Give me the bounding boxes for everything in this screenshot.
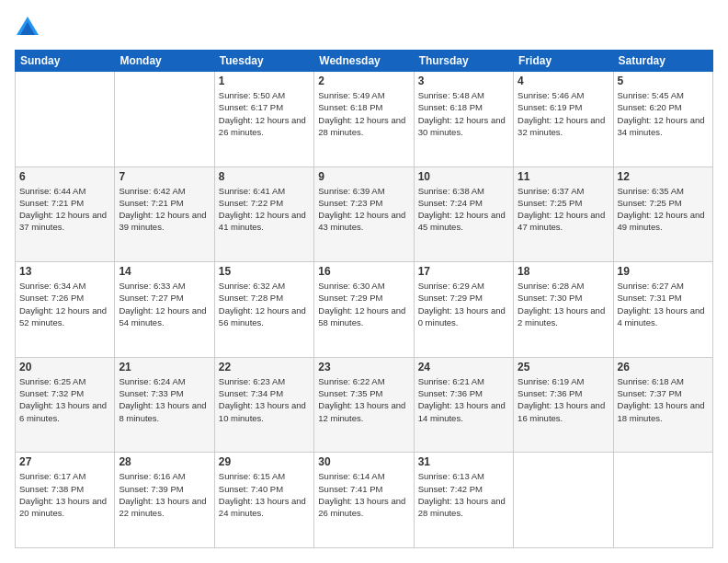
day-info: Sunrise: 6:17 AM Sunset: 7:38 PM Dayligh…	[19, 470, 110, 519]
calendar-cell: 9Sunrise: 6:39 AM Sunset: 7:23 PM Daylig…	[314, 167, 414, 262]
day-number: 17	[418, 265, 509, 278]
week-row-2: 6Sunrise: 6:44 AM Sunset: 7:21 PM Daylig…	[16, 167, 713, 262]
day-info: Sunrise: 6:33 AM Sunset: 7:27 PM Dayligh…	[119, 280, 210, 328]
day-info: Sunrise: 6:19 AM Sunset: 7:36 PM Dayligh…	[518, 375, 609, 424]
day-number: 11	[518, 170, 609, 183]
calendar-cell	[115, 72, 214, 167]
calendar-cell: 22Sunrise: 6:23 AM Sunset: 7:34 PM Dayli…	[214, 357, 313, 453]
day-number: 2	[318, 75, 409, 87]
calendar-cell: 28Sunrise: 6:16 AM Sunset: 7:39 PM Dayli…	[115, 453, 214, 548]
calendar-cell: 19Sunrise: 6:27 AM Sunset: 7:31 PM Dayli…	[613, 262, 712, 358]
calendar-cell: 29Sunrise: 6:15 AM Sunset: 7:40 PM Dayli…	[214, 453, 313, 548]
calendar-cell: 31Sunrise: 6:13 AM Sunset: 7:42 PM Dayli…	[414, 453, 513, 548]
day-info: Sunrise: 6:39 AM Sunset: 7:23 PM Dayligh…	[318, 185, 409, 234]
day-number: 18	[518, 265, 609, 278]
day-info: Sunrise: 6:15 AM Sunset: 7:40 PM Dayligh…	[219, 470, 310, 519]
calendar-cell: 21Sunrise: 6:24 AM Sunset: 7:33 PM Dayli…	[115, 357, 214, 453]
header-day-friday: Friday	[514, 51, 613, 72]
calendar-cell: 18Sunrise: 6:28 AM Sunset: 7:30 PM Dayli…	[514, 262, 613, 358]
day-info: Sunrise: 6:35 AM Sunset: 7:25 PM Dayligh…	[618, 185, 709, 234]
calendar-cell: 20Sunrise: 6:25 AM Sunset: 7:32 PM Dayli…	[16, 357, 115, 453]
header-day-sunday: Sunday	[16, 51, 115, 72]
day-info: Sunrise: 6:25 AM Sunset: 7:32 PM Dayligh…	[19, 375, 110, 424]
day-number: 19	[618, 265, 709, 278]
day-number: 24	[418, 361, 509, 373]
calendar-cell: 11Sunrise: 6:37 AM Sunset: 7:25 PM Dayli…	[514, 167, 613, 262]
day-info: Sunrise: 6:23 AM Sunset: 7:34 PM Dayligh…	[219, 375, 310, 424]
week-row-1: 1Sunrise: 5:50 AM Sunset: 6:17 PM Daylig…	[16, 72, 713, 167]
day-info: Sunrise: 6:21 AM Sunset: 7:36 PM Dayligh…	[418, 375, 509, 424]
day-number: 20	[19, 361, 110, 373]
week-row-3: 13Sunrise: 6:34 AM Sunset: 7:26 PM Dayli…	[16, 262, 713, 358]
logo-icon	[15, 15, 40, 40]
day-info: Sunrise: 6:38 AM Sunset: 7:24 PM Dayligh…	[418, 185, 509, 234]
header-day-monday: Monday	[115, 51, 214, 72]
day-number: 22	[219, 361, 310, 373]
calendar-cell: 15Sunrise: 6:32 AM Sunset: 7:28 PM Dayli…	[214, 262, 313, 358]
day-number: 16	[318, 265, 409, 278]
calendar-cell: 12Sunrise: 6:35 AM Sunset: 7:25 PM Dayli…	[613, 167, 712, 262]
day-number: 31	[418, 455, 509, 468]
day-info: Sunrise: 6:34 AM Sunset: 7:26 PM Dayligh…	[19, 280, 110, 328]
calendar-cell: 3Sunrise: 5:48 AM Sunset: 6:18 PM Daylig…	[414, 72, 513, 167]
day-info: Sunrise: 6:13 AM Sunset: 7:42 PM Dayligh…	[418, 470, 509, 519]
day-number: 26	[618, 361, 709, 373]
day-info: Sunrise: 5:50 AM Sunset: 6:17 PM Dayligh…	[219, 89, 310, 138]
logo	[15, 15, 44, 40]
day-number: 6	[19, 170, 110, 183]
header-day-tuesday: Tuesday	[214, 51, 313, 72]
calendar-header: SundayMondayTuesdayWednesdayThursdayFrid…	[16, 51, 713, 72]
day-info: Sunrise: 6:30 AM Sunset: 7:29 PM Dayligh…	[318, 280, 409, 328]
day-number: 10	[418, 170, 509, 183]
calendar-cell: 1Sunrise: 5:50 AM Sunset: 6:17 PM Daylig…	[214, 72, 313, 167]
calendar-cell: 26Sunrise: 6:18 AM Sunset: 7:37 PM Dayli…	[613, 357, 712, 453]
calendar-cell: 27Sunrise: 6:17 AM Sunset: 7:38 PM Dayli…	[16, 453, 115, 548]
day-info: Sunrise: 6:18 AM Sunset: 7:37 PM Dayligh…	[618, 375, 709, 424]
day-info: Sunrise: 5:46 AM Sunset: 6:19 PM Dayligh…	[518, 89, 609, 138]
day-info: Sunrise: 5:49 AM Sunset: 6:18 PM Dayligh…	[318, 89, 409, 138]
day-info: Sunrise: 6:28 AM Sunset: 7:30 PM Dayligh…	[518, 280, 609, 328]
calendar-table: SundayMondayTuesdayWednesdayThursdayFrid…	[15, 50, 713, 548]
day-info: Sunrise: 6:14 AM Sunset: 7:41 PM Dayligh…	[318, 470, 409, 519]
calendar-cell: 30Sunrise: 6:14 AM Sunset: 7:41 PM Dayli…	[314, 453, 414, 548]
day-number: 7	[119, 170, 210, 183]
calendar-cell	[613, 453, 712, 548]
day-number: 30	[318, 455, 409, 468]
week-row-5: 27Sunrise: 6:17 AM Sunset: 7:38 PM Dayli…	[16, 453, 713, 548]
day-info: Sunrise: 6:37 AM Sunset: 7:25 PM Dayligh…	[518, 185, 609, 234]
day-info: Sunrise: 5:48 AM Sunset: 6:18 PM Dayligh…	[418, 89, 509, 138]
day-info: Sunrise: 6:29 AM Sunset: 7:29 PM Dayligh…	[418, 280, 509, 328]
day-number: 5	[618, 75, 709, 87]
day-number: 28	[119, 455, 210, 468]
header-day-thursday: Thursday	[414, 51, 513, 72]
calendar-cell: 6Sunrise: 6:44 AM Sunset: 7:21 PM Daylig…	[16, 167, 115, 262]
day-number: 23	[318, 361, 409, 373]
calendar-cell: 24Sunrise: 6:21 AM Sunset: 7:36 PM Dayli…	[414, 357, 513, 453]
day-info: Sunrise: 6:41 AM Sunset: 7:22 PM Dayligh…	[219, 185, 310, 234]
week-row-4: 20Sunrise: 6:25 AM Sunset: 7:32 PM Dayli…	[16, 357, 713, 453]
day-number: 25	[518, 361, 609, 373]
page: SundayMondayTuesdayWednesdayThursdayFrid…	[0, 0, 728, 563]
header-day-saturday: Saturday	[613, 51, 712, 72]
calendar-cell: 25Sunrise: 6:19 AM Sunset: 7:36 PM Dayli…	[514, 357, 613, 453]
day-number: 13	[19, 265, 110, 278]
day-number: 15	[219, 265, 310, 278]
calendar-cell	[514, 453, 613, 548]
calendar-cell: 17Sunrise: 6:29 AM Sunset: 7:29 PM Dayli…	[414, 262, 513, 358]
calendar-cell	[16, 72, 115, 167]
calendar-cell: 23Sunrise: 6:22 AM Sunset: 7:35 PM Dayli…	[314, 357, 414, 453]
day-number: 27	[19, 455, 110, 468]
day-number: 29	[219, 455, 310, 468]
calendar-cell: 7Sunrise: 6:42 AM Sunset: 7:21 PM Daylig…	[115, 167, 214, 262]
day-info: Sunrise: 6:42 AM Sunset: 7:21 PM Dayligh…	[119, 185, 210, 234]
calendar-cell: 8Sunrise: 6:41 AM Sunset: 7:22 PM Daylig…	[214, 167, 313, 262]
header	[15, 15, 713, 40]
day-number: 9	[318, 170, 409, 183]
calendar-cell: 16Sunrise: 6:30 AM Sunset: 7:29 PM Dayli…	[314, 262, 414, 358]
calendar-cell: 4Sunrise: 5:46 AM Sunset: 6:19 PM Daylig…	[514, 72, 613, 167]
calendar-cell: 10Sunrise: 6:38 AM Sunset: 7:24 PM Dayli…	[414, 167, 513, 262]
day-number: 8	[219, 170, 310, 183]
day-number: 21	[119, 361, 210, 373]
day-number: 3	[418, 75, 509, 87]
day-info: Sunrise: 6:32 AM Sunset: 7:28 PM Dayligh…	[219, 280, 310, 328]
